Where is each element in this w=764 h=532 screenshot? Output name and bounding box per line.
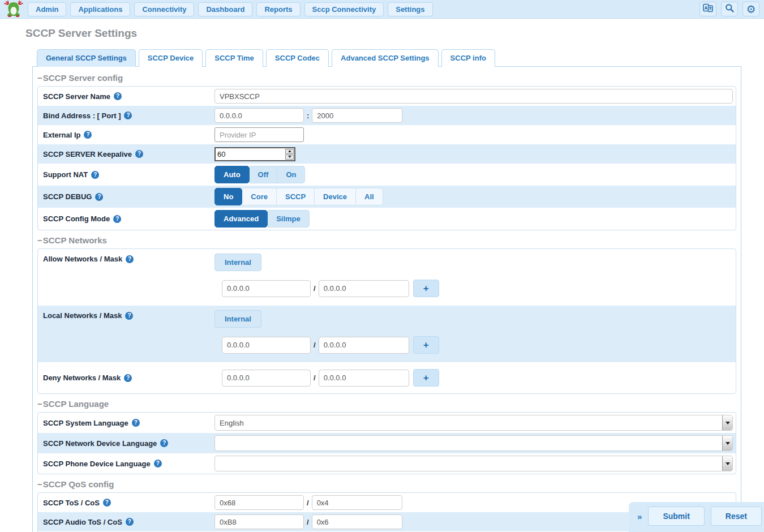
help-icon[interactable]: ? bbox=[160, 439, 168, 447]
debug-core-button[interactable]: Core bbox=[242, 188, 277, 205]
network-device-language-select[interactable] bbox=[214, 435, 733, 451]
frog-logo[interactable] bbox=[3, 1, 24, 18]
help-icon[interactable]: ? bbox=[125, 312, 133, 320]
help-icon[interactable]: ? bbox=[84, 131, 92, 139]
help-icon[interactable]: ? bbox=[126, 255, 134, 263]
reset-button[interactable]: Reset bbox=[711, 507, 762, 526]
allow-network-input[interactable] bbox=[222, 280, 311, 297]
help-icon[interactable]: ? bbox=[124, 374, 132, 382]
mode-advanced-button[interactable]: Advanced bbox=[214, 210, 268, 228]
local-add-button[interactable]: + bbox=[413, 336, 439, 354]
nav-item-sccp-connectivity[interactable]: Sccp Connectivity bbox=[304, 2, 384, 16]
help-icon[interactable]: ? bbox=[126, 518, 134, 526]
collapse-icon: − bbox=[37, 479, 42, 489]
phone-device-language-select[interactable] bbox=[214, 456, 733, 471]
field-label: SCCP Audio ToS / CoS bbox=[43, 518, 122, 526]
field-label: Support NAT bbox=[43, 170, 88, 179]
debug-device-button[interactable]: Device bbox=[315, 188, 356, 205]
allow-mask-input[interactable] bbox=[319, 280, 409, 297]
nav-item-dashboard[interactable]: Dashboard bbox=[198, 2, 252, 16]
row-config-mode: SCCP Config Mode ? Advanced Silmpe bbox=[38, 208, 736, 230]
debug-no-button[interactable]: No bbox=[214, 188, 242, 205]
local-internal-button[interactable]: Internal bbox=[214, 310, 261, 328]
server-name-input[interactable] bbox=[214, 89, 733, 104]
debug-all-button[interactable]: All bbox=[356, 188, 383, 205]
nat-off-button[interactable]: Off bbox=[250, 166, 278, 183]
local-mask-input[interactable] bbox=[319, 337, 409, 354]
collapse-icon: − bbox=[37, 399, 42, 409]
selected-value: English bbox=[215, 415, 248, 430]
dropdown-arrow-icon bbox=[722, 456, 732, 471]
plus-icon: + bbox=[423, 340, 429, 351]
nat-auto-button[interactable]: Auto bbox=[214, 166, 250, 183]
bind-address-input[interactable] bbox=[214, 108, 304, 123]
help-icon[interactable]: ? bbox=[91, 171, 99, 179]
help-icon[interactable]: ? bbox=[113, 215, 121, 223]
bind-port-input[interactable] bbox=[312, 108, 402, 123]
section-header-language[interactable]: − SCCP Language bbox=[37, 399, 736, 409]
tab-sccp-info[interactable]: SCCP info bbox=[441, 49, 495, 67]
audio-tos-input[interactable] bbox=[214, 514, 304, 529]
section-header-qos[interactable]: − SCCP QoS config bbox=[37, 479, 736, 489]
audio-cos-input[interactable] bbox=[312, 514, 402, 529]
tab-sccp-time[interactable]: SCCP Time bbox=[205, 49, 263, 67]
help-icon[interactable]: ? bbox=[103, 499, 111, 507]
deny-mask-input[interactable] bbox=[319, 370, 409, 387]
submit-button[interactable]: Submit bbox=[648, 507, 704, 526]
tab-sccp-device[interactable]: SCCP Device bbox=[139, 49, 203, 67]
help-icon[interactable]: ? bbox=[95, 193, 103, 201]
section-header-server-config[interactable]: − SCCP Server config bbox=[37, 73, 736, 83]
slash-separator: / bbox=[307, 499, 309, 507]
nav-item-admin[interactable]: Admin bbox=[28, 2, 66, 16]
nav-item-applications[interactable]: Applications bbox=[70, 2, 130, 16]
keepalive-input[interactable] bbox=[216, 148, 285, 160]
stepper-up-icon[interactable] bbox=[285, 149, 294, 154]
tab-general-sccp-settings[interactable]: General SCCP Settings bbox=[37, 49, 136, 67]
slash-separator: / bbox=[314, 284, 316, 293]
system-language-select[interactable]: English bbox=[214, 415, 733, 431]
field-label: SCCP SERVER Keepalive bbox=[43, 150, 132, 158]
tab-advanced-sccp-settings[interactable]: Advanced SCCP Settings bbox=[332, 49, 439, 67]
page-title: SCCP Server Settings bbox=[25, 27, 764, 40]
debug-sccp-button[interactable]: SCCP bbox=[277, 188, 315, 205]
keepalive-stepper bbox=[214, 147, 295, 161]
allow-add-button[interactable]: + bbox=[413, 280, 439, 297]
row-network-device-language: SCCP Network Device Language ? bbox=[38, 433, 736, 453]
field-label: Local Networks / Mask bbox=[43, 311, 122, 320]
external-ip-input[interactable] bbox=[214, 127, 304, 142]
tos-input[interactable] bbox=[214, 495, 304, 510]
dropdown-arrow-icon bbox=[722, 436, 732, 451]
deny-add-button[interactable]: + bbox=[413, 369, 439, 387]
row-deny-networks: Deny Networks / Mask ? / + bbox=[38, 362, 736, 393]
row-server-name: SCCP Server Name ? bbox=[38, 87, 736, 106]
tab-sccp-codec[interactable]: SCCP Codec bbox=[266, 49, 329, 67]
help-icon[interactable]: ? bbox=[114, 92, 122, 100]
cos-input[interactable] bbox=[312, 495, 402, 510]
deny-network-input[interactable] bbox=[222, 370, 311, 387]
section-title: SCCP QoS config bbox=[43, 479, 114, 489]
help-icon[interactable]: ? bbox=[124, 111, 132, 119]
local-network-input[interactable] bbox=[222, 337, 311, 354]
nav-item-reports[interactable]: Reports bbox=[256, 2, 300, 16]
mode-simple-button[interactable]: Silmpe bbox=[268, 210, 310, 228]
support-nat-group: Auto Off On bbox=[214, 166, 305, 183]
help-icon[interactable]: ? bbox=[135, 150, 143, 158]
help-icon[interactable]: ? bbox=[154, 460, 162, 467]
allow-internal-button[interactable]: Internal bbox=[214, 254, 261, 271]
row-sccp-debug: SCCP DEBUG ? No Core SCCP Device All bbox=[38, 186, 736, 208]
nav-item-connectivity[interactable]: Connectivity bbox=[134, 2, 194, 16]
field-label: Deny Networks / Mask bbox=[43, 374, 121, 382]
field-label: Allow Networks / Mask bbox=[43, 255, 122, 263]
settings-button[interactable]: ⚙ bbox=[742, 2, 759, 16]
help-icon[interactable]: ? bbox=[132, 419, 140, 427]
language-button[interactable] bbox=[699, 2, 716, 16]
stepper-down-icon[interactable] bbox=[285, 155, 294, 160]
collapse-actionbar-icon[interactable]: » bbox=[637, 512, 642, 521]
nat-on-button[interactable]: On bbox=[277, 166, 305, 183]
section-title: SCCP Server config bbox=[43, 73, 123, 83]
section-header-networks[interactable]: − SCCP Networks bbox=[37, 235, 736, 245]
row-system-language: SCCP System Language ? English bbox=[38, 413, 736, 433]
selected-value bbox=[215, 456, 224, 471]
nav-item-settings[interactable]: Settings bbox=[388, 2, 432, 16]
search-button[interactable] bbox=[721, 2, 738, 16]
